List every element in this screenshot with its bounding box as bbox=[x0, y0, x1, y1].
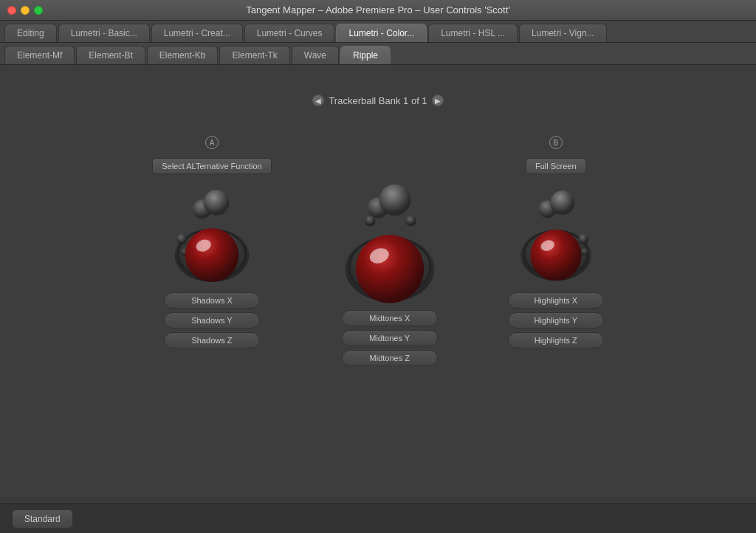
tab-row1-4[interactable]: Lumetri - Color... bbox=[336, 24, 427, 42]
svg-point-21 bbox=[581, 248, 588, 255]
shadows-y-button[interactable]: Shadows Y bbox=[164, 312, 260, 329]
svg-point-4 bbox=[176, 234, 187, 244]
window-title: Tangent Mapper – Adobe Premiere Pro – Us… bbox=[246, 4, 510, 16]
minimize-button[interactable] bbox=[21, 6, 30, 15]
select-alt-function-button[interactable]: Select ALTernative Function bbox=[152, 158, 272, 174]
bank-prev-button[interactable]: ◀ bbox=[312, 94, 324, 106]
tab-row-1: EditingLumetri - Basic...Lumetri - Creat… bbox=[0, 21, 756, 43]
trackerball-unit-b: B Full Screen bbox=[508, 136, 604, 348]
tab-row2-1[interactable]: Element-Bt bbox=[76, 46, 145, 64]
midtones-x-button[interactable]: Midtones X bbox=[342, 310, 438, 326]
tab-row1-1[interactable]: Lumetri - Basic... bbox=[58, 24, 150, 42]
trackerball-unit-a: A Select ALTernative Function bbox=[152, 136, 272, 348]
tab-row2-5[interactable]: Ripple bbox=[340, 46, 391, 64]
bank-next-button[interactable]: ▶ bbox=[432, 94, 444, 106]
tab-row1-6[interactable]: Lumetri - Vign... bbox=[519, 24, 606, 42]
svg-point-12 bbox=[365, 216, 375, 226]
titlebar: Tangent Mapper – Adobe Premiere Pro – Us… bbox=[0, 0, 756, 21]
trackerball-unit-mid: Midtones X Midtones Y Midtones Z bbox=[331, 136, 449, 366]
svg-point-13 bbox=[405, 216, 416, 226]
svg-point-19 bbox=[550, 190, 574, 215]
shadows-x-button[interactable]: Shadows X bbox=[164, 292, 260, 309]
close-button[interactable] bbox=[7, 6, 16, 15]
tab-row-2: Element-MfElement-BtElement-KbElement-Tk… bbox=[0, 43, 756, 65]
svg-point-6 bbox=[185, 228, 239, 282]
shadows-controls: Shadows X Shadows Y Shadows Z bbox=[164, 292, 260, 348]
trackerball-b bbox=[508, 186, 604, 282]
shadows-z-button[interactable]: Shadows Z bbox=[164, 332, 260, 348]
highlights-z-button[interactable]: Highlights Z bbox=[508, 332, 604, 348]
bottom-bar: Standard bbox=[0, 503, 756, 533]
standard-button[interactable]: Standard bbox=[12, 509, 73, 529]
highlights-controls: Highlights X Highlights Y Highlights Z bbox=[508, 292, 604, 348]
tab-row2-3[interactable]: Element-Tk bbox=[219, 46, 289, 64]
midtones-z-button[interactable]: Midtones Z bbox=[342, 350, 438, 366]
svg-point-11 bbox=[379, 184, 411, 216]
tab-row1-0[interactable]: Editing bbox=[4, 24, 57, 42]
tab-row1-3[interactable]: Lumetri - Curves bbox=[244, 24, 335, 42]
main-content: ◀ Trackerball Bank 1 of 1 ▶ A Select ALT… bbox=[0, 65, 756, 498]
svg-point-14 bbox=[356, 235, 424, 303]
maximize-button[interactable] bbox=[34, 6, 43, 15]
bank-header: ◀ Trackerball Bank 1 of 1 ▶ bbox=[312, 94, 443, 106]
tab-row1-2[interactable]: Lumetri - Creat... bbox=[151, 24, 243, 42]
traffic-lights bbox=[7, 6, 43, 15]
trackerball-mid bbox=[331, 182, 449, 300]
highlights-x-button[interactable]: Highlights X bbox=[508, 292, 604, 309]
unit-b-label: B bbox=[549, 136, 563, 149]
midtones-controls: Midtones X Midtones Y Midtones Z bbox=[342, 310, 438, 366]
tab-row2-0[interactable]: Element-Mf bbox=[4, 46, 75, 64]
highlights-y-button[interactable]: Highlights Y bbox=[508, 312, 604, 329]
full-screen-button[interactable]: Full Screen bbox=[526, 158, 586, 174]
tab-row2-2[interactable]: Element-Kb bbox=[147, 46, 219, 64]
bank-label: Trackerball Bank 1 of 1 bbox=[329, 95, 427, 106]
svg-point-22 bbox=[530, 230, 581, 281]
trackerball-area: A Select ALTernative Function bbox=[152, 136, 604, 366]
svg-point-3 bbox=[204, 190, 230, 216]
midtones-y-button[interactable]: Midtones Y bbox=[342, 330, 438, 346]
trackerball-a bbox=[164, 186, 260, 282]
unit-a-label: A bbox=[205, 136, 219, 149]
tab-row1-5[interactable]: Lumetri - HSL ... bbox=[428, 24, 518, 42]
svg-point-20 bbox=[578, 234, 588, 244]
tab-row2-4[interactable]: Wave bbox=[292, 46, 339, 64]
